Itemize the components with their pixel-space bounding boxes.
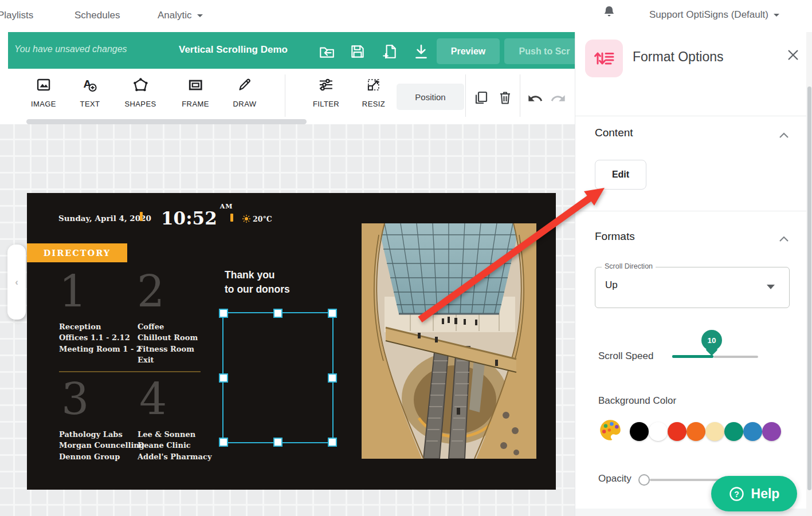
list-item: Deane Clinic (138, 440, 211, 451)
tool-text[interactable]: A TEXT (80, 77, 100, 108)
resize-handle-w[interactable] (219, 373, 228, 383)
format-options-panel: Format Options Content Edit Formats Scro… (575, 32, 812, 516)
download-icon[interactable] (413, 43, 430, 60)
filter-icon (318, 77, 334, 95)
design-canvas[interactable]: ‹ Sunday, April 4, 2020 10:52AM 20°C DIR… (0, 124, 579, 516)
swatch-green[interactable] (724, 422, 743, 441)
scroll-speed-thumb[interactable]: 10 (701, 330, 722, 350)
section-number[interactable]: 4 (139, 375, 167, 423)
swatch-purple[interactable] (762, 422, 781, 441)
atrium-photo-widget[interactable] (362, 223, 536, 459)
save-icon[interactable] (349, 43, 366, 60)
trash-icon[interactable] (497, 90, 513, 108)
swatch-orange[interactable] (687, 422, 705, 441)
chevron-up-icon[interactable] (779, 131, 789, 137)
tool-image[interactable]: IMAGE (31, 77, 56, 108)
sign-date[interactable]: Sunday, April 4, 2020 (58, 214, 151, 223)
donor-line: to our donors (225, 282, 290, 297)
resize-handle-se[interactable] (328, 438, 337, 447)
scroll-speed-track[interactable] (713, 356, 758, 358)
toolbar-scrollbar[interactable] (26, 119, 307, 124)
image-icon (36, 77, 52, 95)
nav-item-schedules[interactable]: Schedules (74, 10, 120, 21)
sign-time[interactable]: 10:52AM (161, 203, 233, 229)
selected-widget[interactable] (222, 312, 334, 443)
opacity-thumb[interactable] (638, 474, 650, 486)
shapes-icon (132, 77, 148, 95)
scroll-speed-track-filled[interactable] (672, 355, 713, 358)
background-color-label: Background Color (598, 395, 676, 407)
push-to-screens-button[interactable]: Push to Scr (504, 38, 585, 64)
list-item: Fitness Room (138, 344, 198, 354)
undo-icon[interactable] (527, 92, 543, 108)
collapse-chevron-icon: ‹ (15, 277, 18, 288)
swatch-blue[interactable] (743, 422, 762, 441)
sign-artboard[interactable]: Sunday, April 4, 2020 10:52AM 20°C DIREC… (27, 193, 556, 490)
resize-handle-nw[interactable] (219, 309, 228, 318)
scroll-direction-label: Scroll Direction (602, 262, 656, 270)
resize-handle-ne[interactable] (328, 309, 337, 318)
move-to-folder-icon[interactable] (318, 43, 335, 60)
list-item: Pathology Labs (59, 429, 144, 440)
dropdown-arrow-icon[interactable] (767, 285, 775, 289)
section-list-1[interactable]: Reception Offices 1.1 - 2.12 Meeting Roo… (59, 321, 142, 354)
swatch-red[interactable] (668, 422, 687, 441)
scroll-speed-label: Scroll Speed (598, 350, 653, 362)
scroll-direction-select[interactable] (595, 267, 790, 308)
formats-section-label: Formats (595, 230, 635, 243)
edit-content-button[interactable]: Edit (595, 160, 646, 190)
chevron-up-icon[interactable] (779, 234, 789, 241)
section-number[interactable]: 1 (59, 267, 87, 316)
directory-label[interactable]: DIRECTORY (27, 243, 127, 262)
bell-icon[interactable] (603, 5, 615, 18)
panel-scrollbar-thumb[interactable] (807, 86, 811, 490)
sidebar-collapse-tab[interactable]: ‹ (7, 245, 26, 320)
resize-handle-e[interactable] (328, 373, 337, 383)
preview-button[interactable]: Preview (437, 38, 500, 64)
panel-divider (575, 211, 806, 211)
help-button-label: Help (751, 486, 780, 502)
sign-meridiem: AM (220, 203, 233, 210)
question-icon: ? (729, 486, 744, 502)
nav-item-playlists[interactable]: Playlists (0, 10, 33, 21)
swatch-white[interactable] (649, 422, 668, 441)
tool-shapes[interactable]: SHAPES (124, 77, 156, 108)
section-list-2[interactable]: Coffee Chillout Room Fitness Room Exit (138, 321, 198, 365)
tool-image-label: IMAGE (31, 100, 56, 108)
list-item: Chillout Room (138, 332, 198, 343)
section-number[interactable]: 3 (61, 375, 89, 423)
copy-icon[interactable] (473, 90, 489, 108)
close-icon[interactable] (786, 48, 801, 63)
draw-icon (237, 77, 253, 95)
tool-draw[interactable]: DRAW (233, 77, 257, 108)
tool-resize[interactable]: RESIZ (362, 77, 385, 108)
duplicate-page-icon[interactable] (381, 43, 398, 60)
redo-icon[interactable] (550, 92, 566, 108)
swatch-cream[interactable] (705, 422, 724, 441)
account-menu[interactable]: Support OptiSigns (Default) (649, 9, 779, 21)
frame-icon (187, 77, 203, 95)
tool-filter-label: FILTER (313, 100, 339, 108)
donor-text-widget[interactable]: Thank you to our donors (225, 268, 290, 297)
tool-filter[interactable]: FILTER (313, 77, 339, 108)
resize-handle-s[interactable] (273, 438, 283, 447)
swatch-black[interactable] (630, 422, 649, 441)
list-item: Morgan Councelling (59, 440, 144, 451)
sign-temperature[interactable]: 20°C (253, 215, 272, 223)
unsaved-changes-notice: You have unsaved changes (14, 44, 127, 54)
list-item: Offices 1.1 - 2.12 (59, 332, 142, 343)
help-button[interactable]: ? Help (711, 476, 797, 511)
tool-frame[interactable]: FRAME (182, 77, 209, 108)
section-number[interactable]: 2 (137, 267, 164, 316)
palette-icon[interactable] (598, 418, 622, 442)
section-list-4[interactable]: Lee & Sonnen Deane Clinic Addel's Pharma… (138, 429, 211, 462)
panel-divider (575, 116, 806, 116)
sun-icon (242, 215, 250, 225)
nav-item-analytic[interactable]: Analytic (158, 10, 203, 21)
section-list-3[interactable]: Pathology Labs Morgan Councelling Dennon… (59, 429, 144, 462)
document-title: Vertical Scrolling Demo (179, 44, 288, 56)
position-button[interactable]: Position (397, 84, 464, 110)
resize-handle-n[interactable] (273, 309, 283, 318)
panel-title: Format Options (633, 49, 724, 65)
resize-handle-sw[interactable] (219, 438, 228, 447)
